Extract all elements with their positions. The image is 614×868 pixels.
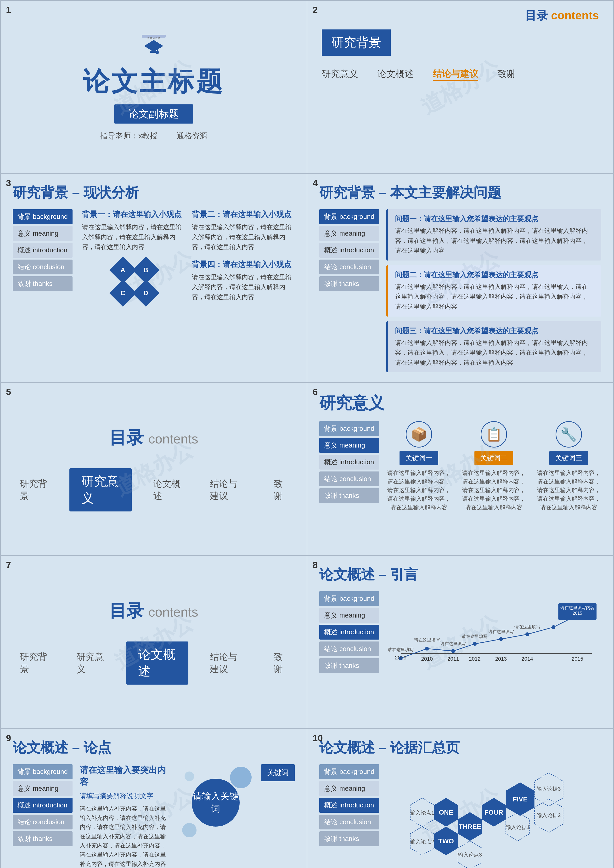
section-header: 研究背景 xyxy=(322,30,391,56)
slide-grid: 道格办公 1 可换成校徽 论文主标题 论文副标题 指导老师：x教授 通格资源 道… xyxy=(0,0,614,868)
svg-text:FOUR: FOUR xyxy=(484,809,503,816)
nav5-1[interactable]: 研究背景 xyxy=(13,474,55,506)
svg-text:请在这里填写: 请在这里填写 xyxy=(414,638,440,643)
sidebar4-meaning[interactable]: 意义 meaning xyxy=(319,226,379,241)
nav-item-2[interactable]: 论文概述 xyxy=(377,68,414,81)
svg-text:请在这里填写: 请在这里填写 xyxy=(515,624,540,629)
keyword2-icon: 📋 xyxy=(481,421,507,447)
keyword-2: 📋 关键词二 请在这里输入解释内容，请在这里输入解释内容，请在这里输入解释内容，… xyxy=(461,421,527,512)
nav7-2[interactable]: 研究意义 xyxy=(70,647,112,679)
nav5-2[interactable]: 研究意义 xyxy=(70,468,132,511)
nav-item-3[interactable]: 结论与建议 xyxy=(433,68,478,81)
bubble-small-3 xyxy=(185,772,194,781)
sidebar4-conclusion[interactable]: 结论 conclusion xyxy=(319,259,379,275)
sidebar8-thanks[interactable]: 致谢 thanks xyxy=(319,658,379,673)
sidebar9-meaning[interactable]: 意义 meaning xyxy=(13,781,73,796)
svg-text:FIVE: FIVE xyxy=(513,796,527,803)
card-1: 背景一：请在这里输入小观点 请在这里输入解释内容，请在这里输入解释内容，请在这里… xyxy=(82,209,185,252)
sidebar-conclusion[interactable]: 结论 conclusion xyxy=(13,259,73,275)
main-title: 论文主标题 xyxy=(83,64,224,99)
slide4-content: 背景 background 意义 meaning 概述 introduction… xyxy=(319,209,601,372)
svg-text:TWO: TWO xyxy=(438,837,454,845)
keyword1-icon: 📦 xyxy=(406,421,432,447)
bubble-small-2 xyxy=(182,823,197,837)
sidebar9-thanks[interactable]: 致谢 thanks xyxy=(13,831,73,846)
sidebar4-bg[interactable]: 背景 background xyxy=(319,209,379,224)
diamond-grid: A B C D xyxy=(112,259,155,303)
keyword3-icon: 🔧 xyxy=(556,421,582,447)
svg-point-10 xyxy=(473,642,477,646)
sidebar10-conclusion[interactable]: 结论 conclusion xyxy=(319,815,379,829)
slide-8: 道格办公 8 论文概述 – 引言 背景 background 意义 meanin… xyxy=(307,556,613,728)
sidebar6-thanks[interactable]: 致谢 thanks xyxy=(319,488,379,503)
slide9-main: 请在这里输入要突出内容 请填写摘要解释说明文字 请在这里输入补充内容，请在这里输… xyxy=(80,764,295,868)
sidebar6-meaning[interactable]: 意义 meaning xyxy=(319,438,379,453)
svg-text:2014: 2014 xyxy=(521,656,533,662)
sidebar8-bg[interactable]: 背景 background xyxy=(319,591,379,606)
sidebar-thanks[interactable]: 致谢 thanks xyxy=(13,276,73,291)
sidebar9-bg[interactable]: 背景 background xyxy=(13,764,73,779)
sidebar-meaning[interactable]: 意义 meaning xyxy=(13,226,73,241)
nav-tabs: 研究意义 论文概述 结论与建议 致谢 xyxy=(322,68,599,81)
nav5-4[interactable]: 结论与建议 xyxy=(203,474,252,506)
sidebar9-conclusion[interactable]: 结论 conclusion xyxy=(13,815,73,829)
toc7-title: 目录 contents xyxy=(109,599,198,622)
slide-number-6: 6 xyxy=(313,387,318,397)
slide10-title: 论文概述 – 论据汇总页 xyxy=(319,738,601,757)
slide-4: 道格办公 4 研究背景 – 本文主要解决问题 背景 background 意义 … xyxy=(307,174,613,382)
svg-text:可换成校徽: 可换成校徽 xyxy=(147,36,160,39)
slide10-sidebar: 背景 background 意义 meaning 概述 introduction… xyxy=(319,764,379,868)
slide6-content: 背景 background 意义 meaning 概述 introduction… xyxy=(319,421,601,512)
sidebar6-conclusion[interactable]: 结论 conclusion xyxy=(319,472,379,486)
svg-text:请在这里填写: 请在这里填写 xyxy=(488,629,514,634)
slide4-sidebar: 背景 background 意义 meaning 概述 introduction… xyxy=(319,209,379,372)
nav5-3[interactable]: 论文概述 xyxy=(146,474,188,506)
sidebar10-meaning[interactable]: 意义 meaning xyxy=(319,781,379,796)
sidebar6-bg[interactable]: 背景 background xyxy=(319,421,379,436)
sidebar8-intro[interactable]: 概述 introduction xyxy=(319,625,379,640)
nav7-5[interactable]: 致谢 xyxy=(267,647,295,679)
toc5-nav: 研究背景 研究意义 论文概述 结论与建议 致谢 xyxy=(13,468,295,511)
bubble-area: 请输入关键词 xyxy=(177,764,254,841)
slide-number-8: 8 xyxy=(313,560,318,570)
slide-7: 道格办公 7 目录 contents 研究背景 研究意义 论文概述 结论与建议 … xyxy=(1,556,307,728)
sidebar8-conclusion[interactable]: 结论 conclusion xyxy=(319,641,379,656)
svg-point-13 xyxy=(552,625,555,629)
problem3-text: 请在这里输入解释内容，请在这里输入解释内容，请在这里输入解释内容，请在这里输入，… xyxy=(395,338,594,368)
keyword3-text: 请在这里输入解释内容，请在这里输入解释内容，请在这里输入解释内容，请在这里输入解… xyxy=(536,469,601,512)
sidebar4-thanks[interactable]: 致谢 thanks xyxy=(319,276,379,291)
slide9-sidebar: 背景 background 意义 meaning 概述 introduction… xyxy=(13,764,73,868)
slide3-sidebar: 背景 background 意义 meaning 概述 introduction… xyxy=(13,209,73,303)
card1-text: 请在这里输入解释内容，请在这里输入解释内容，请在这里输入解释内容，请在这里输入内… xyxy=(82,222,185,252)
hexagon-svg: ONE TWO THREE FOUR FIVE 输入论点1 xyxy=(386,767,601,868)
sidebar-intro[interactable]: 概述 introduction xyxy=(13,243,73,258)
problem-2: 问题二：请在这里输入您希望表达的主要观点 请在这里输入解释内容，请在这里输入解释… xyxy=(386,265,601,317)
sidebar8-meaning[interactable]: 意义 meaning xyxy=(319,608,379,623)
svg-text:2013: 2013 xyxy=(495,656,507,662)
slide-number-9: 9 xyxy=(6,733,11,744)
sidebar10-bg[interactable]: 背景 background xyxy=(319,764,379,779)
slide-number-10: 10 xyxy=(313,733,323,744)
nav7-3[interactable]: 论文概述 xyxy=(126,641,188,685)
nav7-4[interactable]: 结论与建议 xyxy=(203,647,252,679)
nav7-1[interactable]: 研究背景 xyxy=(13,647,55,679)
nav-item-1[interactable]: 研究意义 xyxy=(322,68,358,81)
svg-text:请在这里填写: 请在这里填写 xyxy=(440,641,466,646)
keyword-side-label: 关键词 xyxy=(261,764,295,781)
sidebar10-thanks[interactable]: 致谢 thanks xyxy=(319,831,379,846)
sidebar-bg[interactable]: 背景 background xyxy=(13,209,73,224)
sidebar4-intro[interactable]: 概述 introduction xyxy=(319,243,379,258)
slide-3: 道格办公 3 研究背景 – 现状分析 背景 background 意义 mean… xyxy=(1,174,307,382)
timeline-svg: 2009 2010 2011 2012 2013 2014 2015 请在这里填… xyxy=(386,591,601,682)
keyword1-label: 关键词一 xyxy=(400,451,438,465)
slide-number-3: 3 xyxy=(6,178,11,188)
problem-3: 问题三：请在这里输入您希望表达的主要观点 请在这里输入解释内容，请在这里输入解释… xyxy=(386,321,601,373)
keywords-area: 📦 关键词一 请在这里输入解释内容，请在这里输入解释内容，请在这里输入解释内容，… xyxy=(386,421,601,512)
keyword-1: 📦 关键词一 请在这里输入解释内容，请在这里输入解释内容，请在这里输入解释内容，… xyxy=(386,421,452,512)
sidebar10-intro[interactable]: 概述 introduction xyxy=(319,798,379,813)
card-2: 背景二：请在这里输入小观点 请在这里输入解释内容，请在这里输入解释内容，请在这里… xyxy=(192,209,295,252)
sidebar6-intro[interactable]: 概述 introduction xyxy=(319,455,379,470)
sidebar9-intro[interactable]: 概述 introduction xyxy=(13,798,73,813)
nav-item-4[interactable]: 致谢 xyxy=(498,68,516,81)
nav5-5[interactable]: 致谢 xyxy=(267,474,295,506)
